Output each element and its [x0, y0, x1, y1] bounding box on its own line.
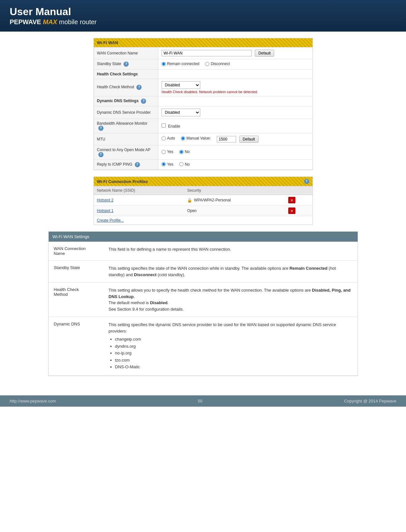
hotspot1-security-text: Open	[187, 208, 196, 213]
table-row: Health Check Method ? Disabled Ping DNS …	[94, 79, 312, 96]
table-row: Standby State This setting specifies the…	[49, 261, 358, 283]
health-check-desc-label: Health CheckMethod	[49, 283, 104, 317]
mtu-default-button[interactable]: Default	[239, 136, 259, 143]
disconnect-radio[interactable]	[205, 62, 209, 66]
hotspot1-delete-cell: ✕	[285, 206, 312, 216]
wan-connection-name-label: WAN Connection Name	[94, 47, 158, 59]
icmp-ping-value: Yes No	[158, 160, 312, 170]
mtu-auto-radio[interactable]	[162, 136, 166, 140]
dns-providers-list: changeip.com dyndns.org no-ip.org tzo.co…	[115, 336, 352, 370]
profiles-table: Network Name (SSID) Security Hotspot 2 🔒…	[94, 186, 312, 216]
icmp-ping-yes-radio[interactable]	[162, 162, 166, 166]
wan-connection-name-input[interactable]	[162, 50, 252, 56]
connect-open-ap-yes-option[interactable]: Yes	[162, 150, 173, 154]
dynamic-dns-desc-label: Dynamic DNS	[49, 317, 104, 376]
bandwidth-enable-checkbox[interactable]	[162, 123, 166, 128]
icmp-ping-label: Reply to ICMP PING ?	[94, 160, 158, 170]
hotspot1-delete-button[interactable]: ✕	[288, 208, 295, 214]
footer-copyright: Copyright @ 2014 Pepwave	[344, 399, 396, 403]
standby-state-desc-value: This setting specifies the state of the …	[104, 261, 358, 283]
profiles-section: Wi-Fi Connection Profiles ? Network Name…	[94, 177, 313, 225]
wan-connection-name-value: Default	[158, 47, 312, 59]
manual-subtitle: PEPWAVE MAX mobile router	[10, 18, 396, 26]
description-table: WAN ConnectionName This field is for def…	[49, 242, 358, 376]
standby-state-label: Standby State ?	[94, 59, 158, 70]
create-profile-link[interactable]: Create Profile...	[97, 218, 124, 223]
wan-name-desc-label: WAN ConnectionName	[49, 242, 104, 261]
page-header: User Manual PEPWAVE MAX mobile router	[0, 0, 406, 32]
wan-connection-name-default-button[interactable]: Default	[255, 50, 274, 57]
list-item: tzo.com	[115, 357, 352, 363]
table-row: Health Check Settings	[94, 69, 312, 79]
health-check-note: Health Check disabled. Network problem c…	[162, 90, 309, 94]
wan-name-desc-value: This field is for defining a name to rep…	[104, 242, 358, 261]
list-item: changeip.com	[115, 336, 352, 343]
col-ssid-header: Network Name (SSID)	[94, 186, 184, 195]
remain-connected-radio[interactable]	[162, 62, 166, 66]
bandwidth-allowance-label: Bandwidth Allowance Monitor ?	[94, 119, 158, 133]
footer-page: 50	[198, 399, 202, 403]
standby-state-help-icon[interactable]: ?	[124, 62, 129, 67]
hotspot1-link[interactable]: Hotspot 1	[97, 208, 114, 213]
hotspot2-security-cell: 🔒 WPA/WPA2-Personal	[187, 198, 282, 203]
connect-open-ap-yes-radio[interactable]	[162, 150, 166, 154]
connect-open-ap-no-radio[interactable]	[179, 150, 183, 154]
table-row: Health CheckMethod This setting allows y…	[49, 283, 358, 317]
table-row: Bandwidth Allowance Monitor ? Enable	[94, 119, 312, 133]
wifi-wan-header: Wi-Fi WAN	[94, 38, 312, 47]
hotspot2-link[interactable]: Hotspot 2	[97, 198, 114, 202]
bandwidth-allowance-value: Enable	[158, 119, 312, 133]
health-check-method-help-icon[interactable]: ?	[136, 85, 142, 90]
icmp-ping-yes-option[interactable]: Yes	[162, 162, 173, 167]
manual-title: User Manual	[10, 6, 396, 18]
mtu-auto-option[interactable]: Auto	[162, 136, 175, 140]
connect-open-ap-no-option[interactable]: No	[179, 150, 190, 154]
table-row: Connect to Any Open Mode AP ? Yes No	[94, 145, 312, 160]
icmp-ping-no-option[interactable]: No	[179, 162, 190, 167]
table-row: Hotspot 1 Open ✕	[94, 206, 312, 216]
profiles-title: Wi-Fi Connection Profiles	[97, 179, 148, 184]
health-check-settings-value	[158, 69, 312, 79]
hotspot1-security: Open	[184, 206, 285, 216]
page-footer: http://www.pepwave.com 50 Copyright @ 20…	[0, 395, 406, 407]
disconnect-option[interactable]: Disconnect	[205, 62, 230, 66]
health-check-settings-label: Health Check Settings	[94, 69, 158, 79]
hotspot2-security: 🔒 WPA/WPA2-Personal	[184, 195, 285, 206]
dynamic-dns-settings-value	[158, 96, 312, 106]
description-header: Wi-Fi WAN Settings	[49, 232, 358, 242]
icmp-ping-no-radio[interactable]	[179, 162, 183, 166]
mtu-label: MTU	[94, 133, 158, 145]
bandwidth-enable-label[interactable]: Enable	[162, 124, 180, 129]
mtu-input[interactable]	[217, 136, 236, 142]
mtu-manual-radio[interactable]	[181, 136, 185, 140]
dynamic-dns-provider-select[interactable]: Disabled changeip.com dyndns.org no-ip.o…	[162, 109, 200, 116]
icmp-ping-help-icon[interactable]: ?	[135, 162, 140, 167]
list-item: no-ip.org	[115, 350, 352, 356]
table-row: Dynamic DNS Service Provider Disabled ch…	[94, 106, 312, 119]
connect-open-ap-help-icon[interactable]: ?	[98, 152, 104, 157]
subtitle-rest: mobile router	[59, 18, 97, 25]
table-row: MTU Auto Manual Value: Default	[94, 133, 312, 145]
table-row: Dynamic DNS Settings ?	[94, 96, 312, 106]
health-check-method-value: Disabled Ping DNS Lookup Health Check di…	[158, 79, 312, 96]
dynamic-dns-provider-label: Dynamic DNS Service Provider	[94, 106, 158, 119]
profiles-table-header-row: Network Name (SSID) Security	[94, 186, 312, 195]
bandwidth-allowance-help-icon[interactable]: ?	[98, 126, 104, 131]
brand-pepwave: PEPWAVE	[10, 18, 41, 25]
footer-url: http://www.pepwave.com	[10, 399, 56, 403]
table-row: WAN ConnectionName This field is for def…	[49, 242, 358, 261]
table-row: Hotspot 2 🔒 WPA/WPA2-Personal ✕	[94, 195, 312, 206]
col-actions-header	[285, 186, 312, 195]
health-check-method-select[interactable]: Disabled Ping DNS Lookup	[162, 81, 200, 89]
profiles-help-icon[interactable]: ?	[304, 179, 309, 184]
standby-state-desc-label: Standby State	[49, 261, 104, 283]
list-item: DNS-O-Matic	[115, 364, 352, 370]
mtu-manual-option[interactable]: Manual Value:	[181, 136, 211, 140]
dynamic-dns-provider-value: Disabled changeip.com dyndns.org no-ip.o…	[158, 106, 312, 119]
dynamic-dns-settings-help-icon[interactable]: ?	[141, 99, 146, 104]
hotspot2-ssid: Hotspot 2	[94, 195, 184, 206]
connect-open-ap-value: Yes No	[158, 145, 312, 160]
table-row: Reply to ICMP PING ? Yes No	[94, 160, 312, 170]
remain-connected-option[interactable]: Remain connected	[162, 62, 199, 66]
hotspot2-delete-button[interactable]: ✕	[288, 197, 295, 203]
